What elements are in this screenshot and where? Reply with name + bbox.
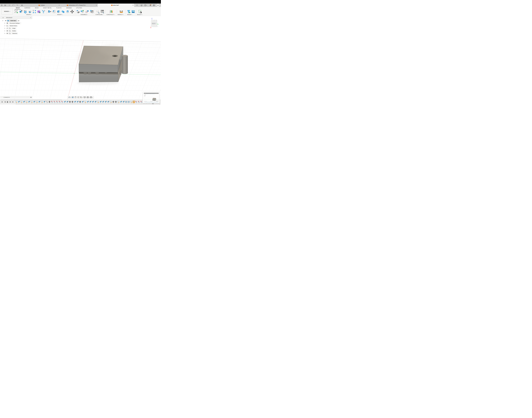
svg-text:?: ? [153, 5, 154, 6]
svg-text:X: X [150, 27, 151, 28]
svg-text:Z: Z [151, 18, 152, 19]
svg-text:RIGHT: RIGHT [152, 23, 156, 24]
svg-text:Y: Y [158, 23, 158, 25]
